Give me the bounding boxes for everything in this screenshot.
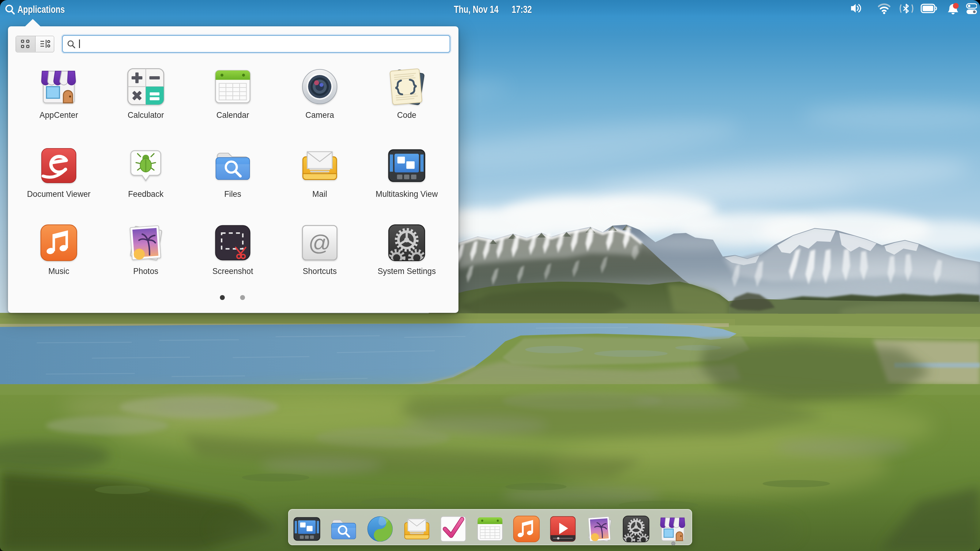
svg-text:@: @ (309, 230, 331, 255)
